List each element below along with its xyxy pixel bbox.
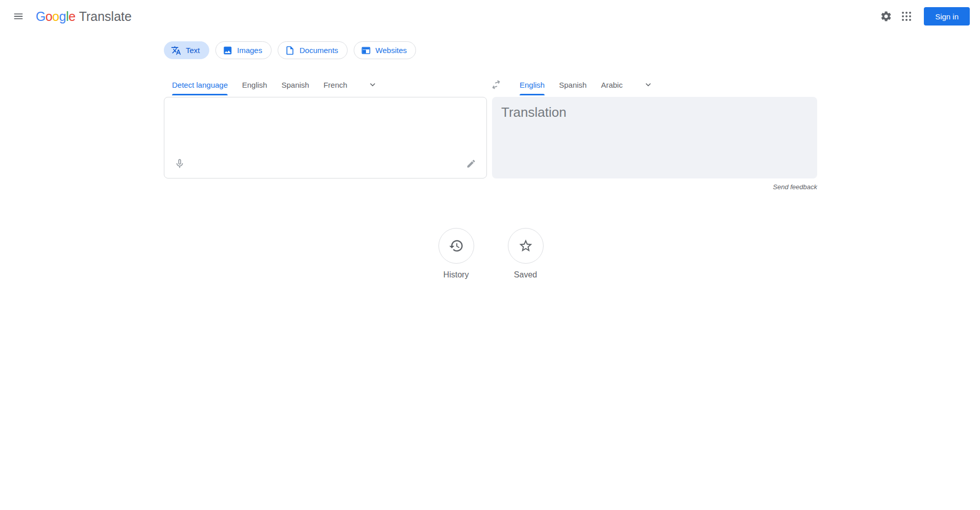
hamburger-menu-icon (13, 11, 24, 22)
microphone-icon (174, 158, 185, 169)
settings-button[interactable] (876, 6, 896, 27)
star-outline-icon (518, 238, 533, 253)
saved-button[interactable]: Saved (500, 228, 551, 279)
tab-websites[interactable]: Websites (354, 41, 416, 59)
source-text-input[interactable] (164, 97, 486, 146)
app-header: Google Translate Sign in (0, 0, 980, 33)
shortcuts-row: History Saved (164, 228, 818, 279)
apps-grid-icon (900, 10, 913, 22)
tab-documents[interactable]: Documents (278, 41, 348, 59)
translation-output-panel: Translation (492, 97, 817, 178)
tab-label: Documents (300, 46, 338, 55)
source-lang-english[interactable]: English (242, 75, 267, 94)
translate-icon (171, 45, 181, 56)
voice-input-button[interactable] (172, 156, 188, 172)
image-icon (223, 45, 233, 56)
tab-label: Text (186, 46, 200, 55)
handwriting-input-button[interactable] (463, 156, 479, 172)
source-text-panel (164, 97, 487, 178)
swap-languages-button[interactable] (486, 74, 506, 95)
send-feedback-link[interactable]: Send feedback (773, 183, 817, 191)
document-icon (285, 45, 295, 56)
target-lang-arabic[interactable]: Arabic (601, 75, 623, 94)
chevron-down-icon (368, 80, 378, 90)
main-content: Text Images Documents Websites (164, 41, 818, 279)
logo-letter: o (52, 9, 59, 23)
pencil-icon (466, 159, 476, 169)
main-menu-button[interactable] (8, 6, 29, 27)
tab-label: Images (237, 46, 262, 55)
translation-mode-tabs: Text Images Documents Websites (164, 41, 818, 59)
target-panel-wrap: Translation Send feedback (492, 97, 817, 191)
source-panel-wrap (164, 97, 487, 191)
logo-letter: o (45, 9, 52, 23)
feedback-row: Send feedback (492, 182, 817, 191)
logo-letter: e (68, 9, 75, 23)
chevron-down-icon (643, 80, 653, 90)
google-wordmark: Google (36, 9, 76, 24)
translate-card: Detect language English Spanish French E… (164, 75, 818, 191)
logo-letter: g (59, 9, 66, 23)
tab-images[interactable]: Images (215, 41, 272, 59)
swap-arrows-icon (489, 78, 503, 92)
source-lang-spanish[interactable]: Spanish (281, 75, 309, 94)
source-language-bar: Detect language English Spanish French (164, 75, 487, 94)
source-lang-french[interactable]: French (324, 75, 348, 94)
website-icon (361, 45, 371, 56)
target-more-languages-button[interactable] (641, 78, 655, 92)
source-more-languages-button[interactable] (365, 78, 380, 92)
target-lang-english[interactable]: English (520, 75, 545, 94)
source-lang-detect[interactable]: Detect language (172, 75, 228, 94)
sign-in-button[interactable]: Sign in (924, 7, 970, 26)
product-name: Translate (79, 9, 132, 24)
saved-label: Saved (514, 270, 537, 279)
google-apps-button[interactable] (896, 6, 917, 27)
logo-letter: G (36, 9, 45, 23)
tab-text[interactable]: Text (164, 41, 209, 59)
saved-circle (508, 228, 544, 264)
gear-icon (880, 10, 892, 22)
translation-placeholder: Translation (501, 105, 808, 120)
tab-label: Websites (376, 46, 407, 55)
history-circle (438, 228, 474, 264)
history-label: History (444, 270, 469, 279)
history-clock-icon (449, 238, 464, 253)
history-button[interactable]: History (431, 228, 482, 279)
google-translate-logo[interactable]: Google Translate (36, 9, 132, 24)
target-lang-spanish[interactable]: Spanish (559, 75, 586, 94)
target-language-bar: English Spanish Arabic (492, 75, 817, 94)
